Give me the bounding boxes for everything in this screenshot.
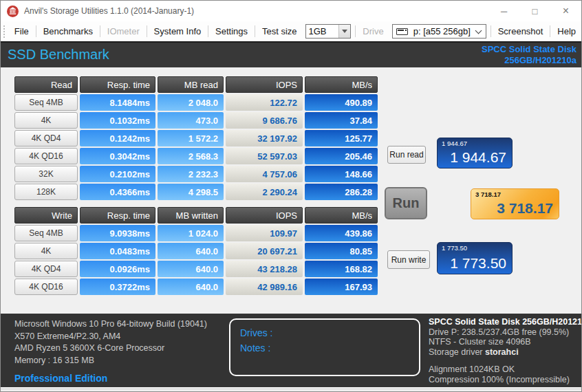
menu-bar: File Benchmarks IOmeter System Info Sett… [1, 21, 581, 41]
write-mbs-cell: 80.85 [305, 243, 378, 259]
read-test-button[interactable]: 32K [14, 166, 78, 182]
drive-label: Drive [357, 26, 389, 36]
write-resp-cell: 0.3722ms [80, 279, 155, 295]
run-read-button[interactable]: Run read [387, 146, 426, 164]
read-mbs-cell: 37.84 [305, 112, 378, 129]
read-iops-cell: 32 197.92 [226, 130, 303, 146]
read-resp-cell: 0.3042ms [80, 148, 155, 164]
read-test-button[interactable]: 128K [14, 184, 78, 200]
read-table: Read Resp. time MB read IOPS MB/s Seq 4M… [14, 76, 378, 200]
menu-separator [255, 25, 255, 37]
run-write-button[interactable]: Run write [387, 250, 430, 269]
storage-driver-line: Storage driver storahci [429, 347, 582, 358]
read-mbs-cell: 205.46 [305, 148, 378, 164]
drive-filesystem: NTFS - Cluster size 4096B [429, 337, 582, 347]
menu-file[interactable]: File [9, 26, 34, 36]
menu-separator [36, 25, 36, 37]
drive-capacity: Drive P: 238.5/237.4GB free (99.5%) [429, 327, 582, 338]
read-iops-cell: 52 597.03 [226, 148, 303, 164]
menu-benchmarks[interactable]: Benchmarks [38, 26, 98, 36]
alignment-line: Alignment 1024KB OK [429, 364, 582, 375]
read-mb-cell: 2 232.3 [158, 166, 224, 182]
write-mbs-cell: 168.82 [305, 261, 378, 277]
memory-line: Memory : 16 315 MB [14, 355, 207, 367]
write-score-value: 1 773.50 [442, 256, 506, 271]
device-name-line2: 256GB/H201210a [482, 55, 576, 66]
total-score-box: 3 718.17 3 718.17 [471, 188, 559, 219]
drive-select[interactable]: p: [a55 256gb] [392, 24, 486, 39]
drives-notes-box: Drives : Notes : [229, 318, 420, 376]
read-test-button[interactable]: 4K QD16 [14, 148, 78, 164]
toolbar-grip [3, 25, 6, 38]
drive-info-block: SPCC Solid State Disk 256GB/H201210a Dri… [429, 317, 582, 384]
read-iops-cell: 4 757.06 [226, 166, 303, 182]
storage-driver-label: Storage driver [429, 347, 483, 357]
menu-separator [147, 25, 147, 37]
write-mb-cell: 640.0 [158, 279, 224, 295]
menu-separator [100, 25, 100, 37]
window-title: Anvil's Storage Utilities 1.1.0 (2014-Ja… [24, 6, 194, 16]
resp-time-col-header: Resp. time [80, 207, 155, 224]
read-resp-cell: 0.4366ms [80, 184, 155, 200]
write-test-button[interactable]: 4K QD4 [14, 261, 78, 277]
write-iops-cell: 42 989.16 [226, 279, 303, 295]
menu-separator [550, 25, 550, 37]
write-iops-cell: 43 218.28 [226, 261, 303, 277]
write-col-header: Write [14, 207, 78, 224]
read-mb-cell: 1 572.2 [158, 130, 224, 146]
menu-system-info[interactable]: System Info [149, 26, 207, 36]
write-test-button[interactable]: 4K [14, 243, 78, 259]
read-mb-cell: 473.0 [158, 112, 224, 129]
menu-help[interactable]: Help [552, 26, 581, 36]
read-score-value: 1 944.67 [442, 150, 506, 165]
iops-col-header: IOPS [226, 76, 303, 93]
write-mb-cell: 640.0 [158, 261, 224, 277]
write-test-button[interactable]: Seq 4MB [14, 225, 78, 241]
write-resp-cell: 0.0483ms [80, 243, 155, 259]
maximize-icon[interactable]: □ [519, 1, 550, 21]
device-name-line1: SPCC Solid State Disk [482, 44, 576, 55]
write-mb-cell: 640.0 [158, 243, 224, 259]
drives-label: Drives : [240, 325, 409, 340]
read-test-button[interactable]: 4K QD4 [14, 130, 78, 146]
mbs-col-header: MB/s [305, 207, 378, 224]
read-iops-cell: 2 290.24 [226, 184, 303, 200]
test-size-select[interactable]: 1GB [305, 24, 352, 39]
write-table: Write Resp. time MB written IOPS MB/s Se… [14, 207, 378, 295]
disk-icon [396, 28, 408, 35]
close-icon[interactable]: × [550, 1, 581, 21]
drive-value: p: [a55 256gb] [411, 26, 473, 36]
title-bar: Anvil's Storage Utilities 1.1.0 (2014-Ja… [1, 1, 581, 21]
write-resp-cell: 0.0926ms [80, 261, 155, 277]
mb-written-col-header: MB written [158, 207, 224, 224]
write-mb-cell: 1 024.0 [158, 225, 224, 241]
dropdown-arrow-icon[interactable] [338, 25, 350, 38]
run-button[interactable]: Run [385, 187, 427, 219]
total-score-value: 3 718.17 [475, 201, 553, 216]
system-info-block: Microsoft Windows 10 Pro 64-bitowy Build… [14, 318, 207, 385]
total-score-small: 3 718.17 [475, 191, 553, 198]
footer: Microsoft Windows 10 Pro 64-bitowy Build… [1, 314, 582, 390]
read-test-button[interactable]: 4K [14, 112, 78, 129]
minimize-icon[interactable]: ─ [488, 1, 519, 21]
read-mbs-cell: 148.66 [305, 166, 378, 182]
read-resp-cell: 0.2102ms [80, 166, 155, 182]
read-mbs-cell: 490.89 [305, 94, 378, 111]
menu-settings[interactable]: Settings [210, 26, 253, 36]
mb-read-col-header: MB read [158, 76, 224, 93]
write-test-button[interactable]: 4K QD16 [14, 279, 78, 295]
menu-iometer: IOmeter [102, 26, 145, 36]
app-icon [7, 6, 19, 17]
read-resp-cell: 0.1032ms [80, 112, 155, 129]
write-iops-cell: 109.97 [226, 225, 303, 241]
read-col-header: Read [14, 76, 78, 93]
read-mbs-cell: 286.28 [305, 184, 378, 200]
menu-screenshot[interactable]: Screenshot [493, 26, 549, 36]
read-mbs-cell: 125.77 [305, 130, 378, 146]
read-mb-cell: 2 048.0 [158, 94, 224, 111]
menu-separator [208, 25, 208, 37]
read-test-button[interactable]: Seq 4MB [14, 94, 78, 111]
read-iops-cell: 9 686.76 [226, 112, 303, 129]
read-iops-cell: 122.72 [226, 94, 303, 111]
notes-label: Notes : [240, 340, 409, 356]
